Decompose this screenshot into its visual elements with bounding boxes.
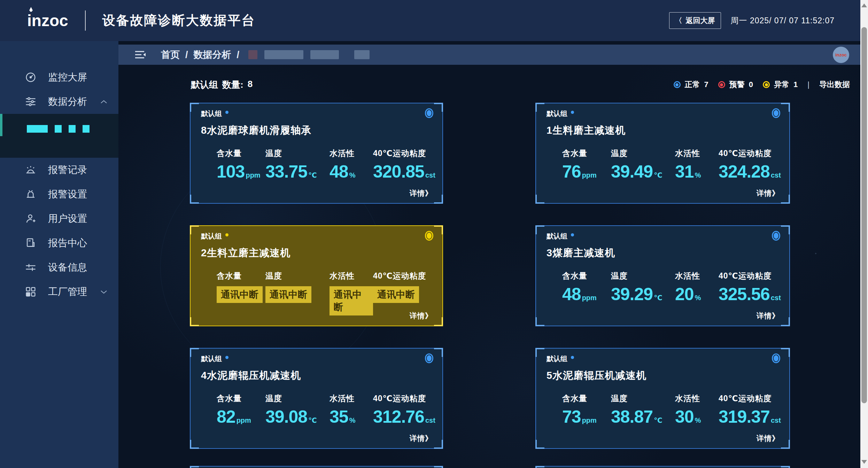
breadcrumb-bar: 首页 / 数据分析 / inzoc: [118, 45, 860, 65]
detail-link[interactable]: 详情》: [757, 311, 780, 321]
device-card-abnormal: 默认组 2生料立磨主减速机 含水量 通讯中断 温度 通讯中断 水活性 通讯中断 …: [190, 225, 443, 326]
bell-icon: [25, 189, 36, 200]
metric-value: 33.75℃: [265, 163, 330, 180]
report-document-icon: [25, 237, 36, 249]
card-group-tag: 默认组: [547, 354, 574, 364]
active-indicator: [0, 114, 2, 136]
sidebar-item-alarm-records[interactable]: 报警记录: [0, 158, 118, 182]
chevron-up-icon: [100, 100, 107, 104]
sidebar-item-alarm-settings[interactable]: 报警设置: [0, 182, 118, 206]
card-group-tag: 默认组: [547, 232, 574, 241]
device-card: 默认组 8水泥磨球磨机滑履轴承 含水量 103ppm 温度 33.75℃ 水活性…: [190, 103, 443, 204]
double-chevron-icon: 》: [772, 189, 780, 197]
group-count-label: 默认组 数量: 8: [191, 79, 253, 91]
group-name: 默认组: [191, 79, 218, 91]
metric-value: 319.37cst: [719, 408, 784, 426]
metric-value: 82ppm: [217, 408, 265, 426]
status-dot: [571, 356, 574, 359]
metric-value: 324.28cst: [719, 163, 784, 180]
status-ring-icon: [772, 231, 780, 241]
sidebar-item-report-center[interactable]: 报告中心: [0, 231, 118, 255]
sidebar-item-label: 用户设置: [48, 212, 87, 225]
redacted-breadcrumb-segment: [248, 50, 370, 59]
scrollbar-thumb[interactable]: [861, 27, 867, 403]
metrics-row: 含水量 48ppm 温度 39.29℃ 水活性 20% 40℃运动粘度 325.…: [562, 271, 784, 303]
count-label: 数量:: [222, 79, 243, 91]
sidebar-item-device-info[interactable]: 设备信息: [0, 255, 118, 280]
back-to-bigscreen-button[interactable]: 〈 返回大屏: [669, 12, 721, 29]
grid-icon: [25, 286, 36, 297]
double-chevron-icon: 》: [425, 434, 433, 442]
scroll-down-arrow[interactable]: [861, 460, 867, 464]
clock: 周一 2025/ 07/ 07 11:52:07: [731, 15, 835, 26]
card-group-tag: 默认组: [201, 354, 228, 364]
sidebar-item-label: 报告中心: [48, 236, 87, 250]
status-legend: 正常 7 预警 0 异常 1 | 导出数据: [674, 79, 850, 90]
device-card-partial: [535, 466, 790, 468]
device-card-partial: [190, 466, 443, 468]
detail-link[interactable]: 详情》: [410, 434, 433, 443]
detail-link[interactable]: 详情》: [410, 188, 433, 198]
export-data-button[interactable]: 导出数据: [819, 79, 850, 90]
metric-value: 39.49℃: [611, 163, 675, 180]
sidebar-nav: 监控大屏 数据分析 报警记录: [0, 41, 118, 468]
double-chevron-icon: 》: [425, 312, 433, 320]
status-ring-icon: [425, 353, 433, 363]
count-value: 8: [248, 79, 253, 91]
status-dot: [225, 111, 228, 114]
comm-interrupted-badge: 通讯中断: [330, 286, 373, 315]
metric-value: 320.85cst: [373, 163, 437, 180]
metric-value: 39.29℃: [611, 286, 675, 303]
metric-value: 48ppm: [562, 286, 611, 303]
card-title: 1生料磨主减速机: [547, 124, 626, 138]
status-dot: [571, 233, 574, 236]
legend-divider: |: [807, 80, 809, 89]
sidebar-item-label: 数据分析: [48, 95, 87, 108]
device-card: 默认组 4水泥磨辊压机减速机 含水量 82ppm 温度 39.08℃ 水活性 3…: [190, 348, 443, 449]
normal-status-icon: [674, 81, 681, 88]
sidebar-item-label: 监控大屏: [48, 71, 87, 84]
detail-link[interactable]: 详情》: [757, 434, 780, 443]
breadcrumb-home[interactable]: 首页: [161, 48, 180, 61]
sidebar-item-label: 设备信息: [48, 261, 87, 274]
scroll-up-arrow[interactable]: [861, 3, 867, 7]
double-chevron-icon: 》: [425, 189, 433, 197]
header-divider: [85, 10, 86, 31]
user-avatar[interactable]: inzoc: [833, 47, 849, 63]
menu-collapse-icon[interactable]: [134, 50, 146, 59]
sidebar-item-user-settings[interactable]: 用户设置: [0, 206, 118, 231]
comm-interrupted-badge: 通讯中断: [265, 286, 311, 303]
breadcrumb-section[interactable]: 数据分析: [194, 48, 231, 61]
sidebar-item-label: 报警设置: [48, 188, 87, 201]
metric-value: 39.08℃: [265, 408, 330, 426]
detail-link[interactable]: 详情》: [757, 188, 780, 198]
sidebar-item-factory-management[interactable]: 工厂管理: [0, 280, 118, 304]
comm-interrupted-badge: 通讯中断: [217, 286, 263, 303]
metric-value: 76ppm: [562, 163, 611, 180]
metrics-row: 含水量 76ppm 温度 39.49℃ 水活性 31% 40℃运动粘度 324.…: [562, 148, 784, 180]
metric-value: 38.87℃: [611, 408, 675, 426]
sidebar-subitem-active[interactable]: [0, 114, 118, 158]
abnormal-status-icon: [763, 81, 770, 88]
card-group-tag: 默认组: [201, 109, 228, 118]
metric-value: 48%: [330, 163, 373, 180]
breadcrumb: 首页 / 数据分析 /: [161, 48, 239, 61]
metrics-row: 含水量 通讯中断 温度 通讯中断 水活性 通讯中断 40℃运动粘度 通讯中断: [217, 271, 437, 315]
card-group-tag: 默认组: [201, 232, 228, 241]
main-content: 默认组 数量: 8 正常 7 预警 0 异常 1 | 导出数据 默认组 8: [118, 65, 860, 468]
double-chevron-icon: 》: [772, 312, 780, 320]
breadcrumb-separator: /: [185, 49, 188, 60]
redacted-submenu-label: [27, 125, 90, 133]
sidebar-item-monitor-screen[interactable]: 监控大屏: [0, 65, 118, 89]
chevron-down-icon: [100, 290, 107, 294]
detail-link[interactable]: 详情》: [410, 311, 433, 321]
metrics-row: 含水量 82ppm 温度 39.08℃ 水活性 35% 40℃运动粘度 312.…: [217, 393, 437, 426]
status-ring-icon: [772, 108, 780, 118]
metric-value: 31%: [675, 163, 719, 180]
app-header: inzoc 设备故障诊断大数据平台 〈 返回大屏 周一 2025/ 07/ 07…: [0, 0, 868, 41]
user-plus-icon: [25, 213, 36, 224]
scrollbar[interactable]: [860, 0, 868, 468]
sliders-icon: [25, 96, 36, 107]
device-card: 默认组 1生料磨主减速机 含水量 76ppm 温度 39.49℃ 水活性 31%…: [535, 103, 790, 204]
sidebar-item-data-analysis[interactable]: 数据分析: [0, 89, 118, 114]
